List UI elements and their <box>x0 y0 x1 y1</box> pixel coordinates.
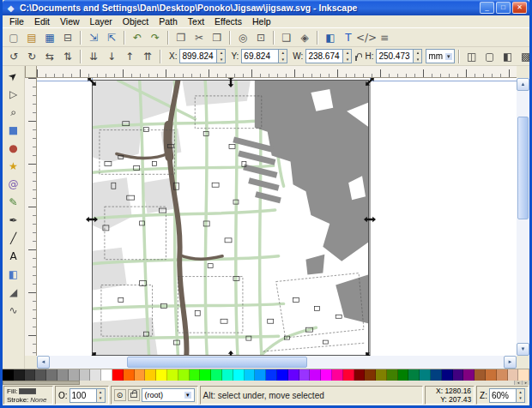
rectangle-tool[interactable]: ■ <box>4 122 23 139</box>
pencil-tool[interactable]: ✎ <box>4 194 23 211</box>
export-button[interactable]: ⇱ <box>103 29 120 45</box>
palette-swatch[interactable] <box>453 369 464 381</box>
style-indicator[interactable]: Fill: Stroke: None <box>3 386 53 405</box>
xml-editor-button[interactable]: </> <box>358 29 375 45</box>
print-document-button[interactable]: ⊟ <box>59 29 76 45</box>
menu-object[interactable]: Object <box>118 16 154 27</box>
palette-swatch[interactable] <box>431 369 442 381</box>
star-tool[interactable]: ★ <box>4 158 23 175</box>
menu-layer[interactable]: Layer <box>85 16 118 27</box>
palette-swatch[interactable] <box>310 369 321 381</box>
palette-swatch[interactable] <box>321 369 332 381</box>
palette-swatch[interactable] <box>167 369 178 381</box>
selection-handles[interactable] <box>37 78 517 356</box>
palette-swatch[interactable] <box>25 369 36 381</box>
opacity-spinner[interactable]: ▴▾ <box>96 389 105 402</box>
stroke-value[interactable]: None <box>30 396 46 404</box>
palette-swatch[interactable] <box>365 369 376 381</box>
minimize-button[interactable]: _ <box>480 2 494 14</box>
width-input[interactable] <box>306 50 342 63</box>
palette-swatch[interactable] <box>497 369 508 381</box>
palette-swatch[interactable] <box>178 369 190 381</box>
zoom-input[interactable] <box>490 389 516 402</box>
palette-swatch[interactable] <box>354 369 366 381</box>
menu-help[interactable]: Help <box>247 16 276 27</box>
palette-swatch[interactable] <box>90 369 101 381</box>
redo-button[interactable]: ↷ <box>147 29 164 45</box>
ellipse-tool[interactable]: ● <box>4 140 23 157</box>
palette-swatch[interactable] <box>332 369 343 381</box>
text-tool[interactable]: A <box>4 248 23 265</box>
paste-button[interactable]: ❒ <box>209 29 226 45</box>
fill-swatch[interactable] <box>19 388 36 394</box>
palette-swatch[interactable] <box>124 369 135 381</box>
palette-swatch[interactable] <box>222 369 233 381</box>
opacity-input[interactable] <box>70 389 96 402</box>
clone-button[interactable]: ◈ <box>296 29 313 45</box>
open-document-button[interactable]: ▤ <box>23 29 40 45</box>
palette-swatch[interactable] <box>190 369 201 381</box>
palette-swatch[interactable] <box>35 369 46 381</box>
flip-vertical-button[interactable]: ⇅ <box>59 48 76 64</box>
scroll-down-button[interactable]: ▼ <box>517 343 529 356</box>
zoom-spinner[interactable]: ▴▾ <box>516 389 524 402</box>
flip-horizontal-button[interactable]: ⇆ <box>41 48 58 64</box>
palette-swatch[interactable] <box>69 369 80 381</box>
palette-swatch[interactable] <box>3 369 14 381</box>
transform-gradient-toggle[interactable]: ◧ <box>499 48 517 64</box>
vertical-ruler[interactable] <box>25 78 37 356</box>
height-input[interactable] <box>377 50 413 63</box>
palette-swatch[interactable] <box>145 369 156 381</box>
align-dialog-button[interactable]: ≡ <box>376 29 393 45</box>
transform-corners-toggle[interactable]: ▢ <box>481 48 499 64</box>
transform-stroke-toggle[interactable]: ◫ <box>463 48 481 64</box>
new-document-button[interactable]: ▢ <box>5 29 22 45</box>
canvas-viewport[interactable] <box>37 78 517 356</box>
menu-edit[interactable]: Edit <box>29 16 55 27</box>
menu-path[interactable]: Path <box>154 16 183 27</box>
palette-swatch[interactable] <box>343 369 354 381</box>
zoom-page-button[interactable]: ⊡ <box>252 29 269 45</box>
palette-swatch[interactable] <box>420 369 431 381</box>
lower-to-bottom-button[interactable]: ⇊ <box>85 48 102 64</box>
gradient-tool[interactable]: ◧ <box>4 266 23 283</box>
pen-tool[interactable]: ✒ <box>4 212 23 229</box>
scroll-up-button[interactable]: ▲ <box>517 78 529 91</box>
maximize-button[interactable]: □ <box>496 2 511 14</box>
palette-swatch[interactable] <box>101 369 112 381</box>
palette-swatch[interactable] <box>211 369 222 381</box>
palette-swatch[interactable] <box>255 369 266 381</box>
raise-to-top-button[interactable]: ⇈ <box>139 48 156 64</box>
text-dialog-button[interactable]: T <box>340 29 357 45</box>
palette-swatch[interactable] <box>233 369 245 381</box>
palette-swatch[interactable] <box>112 369 124 381</box>
menu-text[interactable]: Text <box>183 16 209 27</box>
menu-view[interactable]: View <box>55 16 85 27</box>
cut-button[interactable]: ✂ <box>190 29 208 45</box>
palette-swatch[interactable] <box>475 369 486 381</box>
palette-swatch[interactable] <box>80 369 91 381</box>
horizontal-scrollbar[interactable]: ◄ ► <box>37 356 517 369</box>
close-button[interactable]: ✕ <box>512 2 527 14</box>
fill-stroke-dialog-button[interactable]: ◧ <box>322 29 339 45</box>
layer-lock-toggle[interactable] <box>128 389 140 401</box>
titlebar[interactable]: ◆ C:\Documents and Settings\Dan\Desktop\… <box>3 0 529 15</box>
palette-swatch[interactable] <box>14 369 25 381</box>
horizontal-ruler[interactable] <box>37 66 517 78</box>
calligraphy-tool[interactable]: ╱ <box>4 230 23 247</box>
rotate-ccw-button[interactable]: ↺ <box>5 48 22 64</box>
palette-swatch[interactable] <box>387 369 398 381</box>
palette-swatch[interactable] <box>376 369 387 381</box>
y-position-input[interactable] <box>242 50 278 63</box>
zoom-drawing-button[interactable]: ◎ <box>234 29 251 45</box>
palette-swatch[interactable] <box>288 369 299 381</box>
vertical-scrollbar[interactable]: ▲ ▼ <box>517 78 529 356</box>
palette-swatch[interactable] <box>277 369 288 381</box>
palette-swatch[interactable] <box>408 369 420 381</box>
x-spinner[interactable]: ▴▾ <box>216 50 225 63</box>
menu-effects[interactable]: Effects <box>209 16 247 27</box>
palette-swatch[interactable] <box>442 369 453 381</box>
menu-file[interactable]: File <box>4 16 29 27</box>
spiral-tool[interactable]: @ <box>4 176 23 193</box>
palette-swatch[interactable] <box>57 369 69 381</box>
